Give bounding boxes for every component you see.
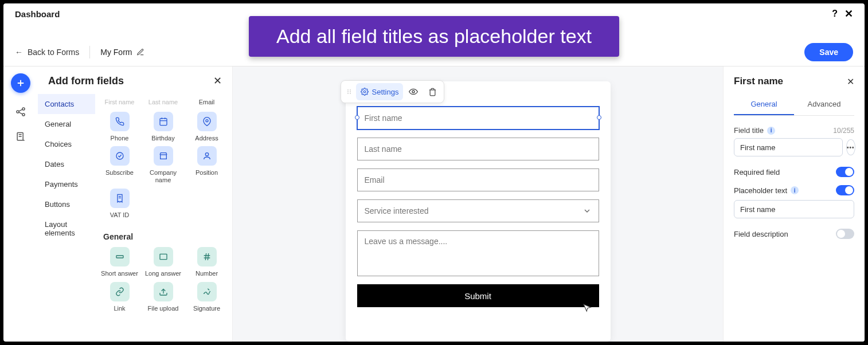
- resize-handle-left[interactable]: [355, 115, 359, 120]
- add-fields-panel: Add form fields ✕ Contacts General Choic…: [38, 66, 233, 342]
- plus-icon: [15, 78, 26, 88]
- category-general[interactable]: General: [38, 114, 95, 134]
- field-company-name[interactable]: Company name: [143, 146, 184, 183]
- tab-general[interactable]: General: [734, 95, 794, 115]
- form-first-name-input[interactable]: First name: [357, 107, 599, 130]
- field-email[interactable]: Email: [186, 95, 228, 106]
- category-choices[interactable]: Choices: [38, 134, 95, 154]
- form-canvas[interactable]: Settings First name Last name Email Serv…: [233, 66, 723, 342]
- field-long-answer[interactable]: Long answer: [143, 247, 184, 277]
- svg-point-2: [22, 113, 25, 116]
- category-dates[interactable]: Dates: [38, 154, 95, 174]
- field-title-input[interactable]: [734, 138, 843, 156]
- panel-title: Add form fields: [48, 75, 213, 87]
- svg-point-7: [205, 153, 208, 156]
- group-general-heading: General: [95, 224, 231, 247]
- drag-handle-icon[interactable]: [343, 83, 355, 100]
- gear-icon: [361, 88, 369, 96]
- resize-handle-right[interactable]: [597, 115, 601, 120]
- svg-rect-4: [160, 118, 167, 125]
- form-email-input[interactable]: Email: [357, 168, 599, 191]
- save-button[interactable]: Save: [804, 43, 853, 61]
- field-description-label: Field description: [734, 230, 788, 238]
- calendar-icon: [154, 112, 173, 131]
- share-icon[interactable]: [14, 105, 27, 118]
- category-buttons[interactable]: Buttons: [38, 194, 95, 214]
- category-list: Contacts General Choices Dates Payments …: [38, 93, 95, 342]
- settings-button[interactable]: Settings: [356, 83, 404, 100]
- svg-point-5: [206, 119, 208, 121]
- settings-label: Settings: [372, 88, 399, 96]
- svg-point-6: [116, 152, 123, 159]
- field-file-upload[interactable]: File upload: [143, 282, 184, 312]
- tab-advanced[interactable]: Advanced: [794, 95, 854, 115]
- long-answer-icon: [154, 247, 173, 266]
- form-icon[interactable]: [14, 131, 27, 143]
- divider: [89, 46, 90, 58]
- field-position[interactable]: Position: [186, 146, 228, 183]
- placeholder-text-toggle[interactable]: [836, 185, 854, 195]
- category-contacts[interactable]: Contacts: [38, 94, 95, 114]
- person-icon: [197, 146, 217, 166]
- form-preview: First name Last name Email Service inter…: [346, 81, 611, 342]
- field-scroll[interactable]: First name Last name Email Phone Birthda…: [95, 93, 232, 342]
- panel-close-icon[interactable]: ✕: [213, 75, 222, 87]
- svg-point-12: [347, 93, 349, 94]
- form-last-name-input[interactable]: Last name: [357, 138, 599, 160]
- placeholder-text-label: Placeholder text: [734, 186, 787, 195]
- svg-point-16: [363, 91, 366, 93]
- signature-icon: [197, 282, 217, 301]
- char-count: 10/255: [833, 127, 854, 135]
- more-button[interactable]: •••: [846, 139, 855, 155]
- form-service-select[interactable]: Service interested: [357, 199, 599, 222]
- hash-icon: [197, 247, 217, 266]
- field-toolbar: Settings: [341, 80, 445, 103]
- settings-tabs: General Advanced: [734, 95, 854, 116]
- svg-rect-9: [160, 254, 167, 260]
- field-first-name[interactable]: First name: [99, 95, 140, 106]
- cursor-icon: [582, 303, 592, 313]
- svg-point-17: [412, 91, 415, 93]
- back-to-forms-link[interactable]: ← Back to Forms: [15, 48, 79, 57]
- settings-close-icon[interactable]: ✕: [847, 76, 854, 87]
- placeholder-text-input[interactable]: [734, 200, 854, 218]
- required-field-toggle[interactable]: [836, 167, 854, 177]
- field-title-label: Field title i 10/255: [734, 126, 854, 135]
- field-phone[interactable]: Phone: [99, 112, 140, 142]
- link-icon: [110, 282, 130, 301]
- category-payments[interactable]: Payments: [38, 174, 95, 194]
- field-address[interactable]: Address: [186, 112, 228, 142]
- help-icon[interactable]: ?: [832, 9, 838, 19]
- info-icon[interactable]: i: [767, 127, 775, 135]
- form-message-textarea[interactable]: Leave us a message....: [357, 230, 599, 276]
- field-signature[interactable]: Signature: [186, 282, 228, 312]
- category-layout-elements[interactable]: Layout elements: [38, 214, 95, 243]
- check-circle-icon: [110, 146, 130, 166]
- field-vat-id[interactable]: VAT ID: [99, 189, 140, 219]
- add-button[interactable]: [11, 73, 30, 93]
- field-number[interactable]: Number: [186, 247, 228, 277]
- submit-label: Submit: [464, 291, 491, 301]
- field-short-answer[interactable]: Short answer: [99, 247, 140, 277]
- page-title: Dashboard: [15, 9, 60, 19]
- chevron-down-icon: [582, 206, 592, 215]
- submit-button[interactable]: Submit: [357, 284, 599, 307]
- field-birthday[interactable]: Birthday: [143, 112, 184, 142]
- store-icon: [154, 146, 173, 166]
- field-description-toggle[interactable]: [836, 229, 854, 239]
- close-icon[interactable]: ✕: [844, 7, 853, 20]
- svg-point-10: [347, 89, 349, 91]
- delete-button[interactable]: [424, 83, 441, 100]
- svg-point-14: [350, 91, 351, 92]
- phone-icon: [110, 112, 130, 131]
- field-link[interactable]: Link: [99, 282, 140, 312]
- field-subscribe[interactable]: Subscribe: [99, 146, 140, 183]
- svg-rect-8: [116, 256, 123, 258]
- left-rail: [3, 66, 38, 342]
- select-label: Service interested: [365, 206, 429, 215]
- form-name[interactable]: My Form: [100, 48, 144, 57]
- field-last-name[interactable]: Last name: [143, 95, 184, 106]
- info-icon[interactable]: i: [791, 186, 799, 194]
- preview-button[interactable]: [404, 83, 423, 100]
- eye-icon: [409, 87, 418, 96]
